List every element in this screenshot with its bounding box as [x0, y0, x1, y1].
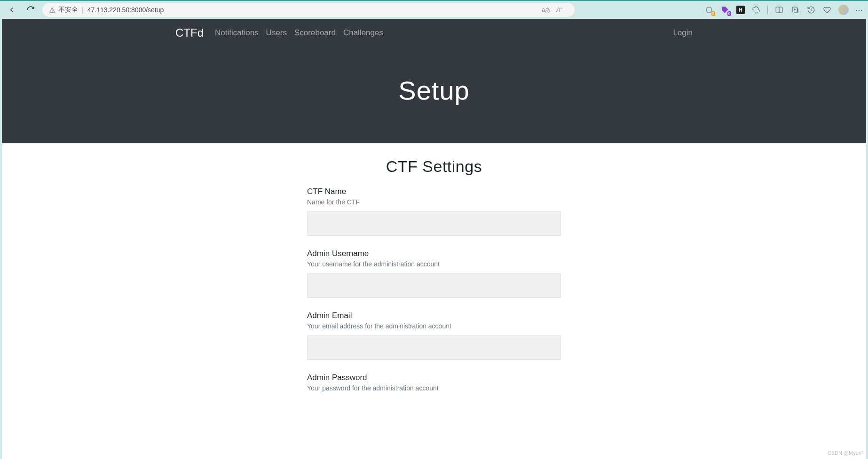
not-secure-label: 不安全	[49, 6, 78, 14]
nav-users[interactable]: Users	[266, 28, 287, 38]
extension-circle-icon[interactable]: 3	[704, 5, 714, 15]
extension-h-icon[interactable]: H	[736, 6, 745, 14]
page-content: CTFd Notifications Users Scoreboard Chal…	[2, 19, 866, 459]
read-aloud-icon[interactable]: A»	[556, 6, 562, 13]
label-admin-password: Admin Password	[307, 373, 561, 382]
form-group-admin-username: Admin Username Your username for the adm…	[307, 249, 561, 298]
watermark: CSDN @Myon⁵	[828, 450, 863, 456]
nav-scoreboard[interactable]: Scoreboard	[294, 28, 336, 38]
extension-tag-icon[interactable]: 6	[720, 5, 730, 15]
form-container: CTF Settings CTF Name Name for the CTF A…	[166, 143, 702, 426]
url-text: 47.113.220.50:8000/setup	[87, 6, 164, 14]
heart-icon[interactable]	[822, 5, 832, 15]
label-admin-email: Admin Email	[307, 311, 561, 320]
help-admin-email: Your email address for the administratio…	[307, 322, 561, 330]
jumbotron: Setup	[2, 47, 866, 143]
help-admin-password: Your password for the administration acc…	[307, 384, 561, 392]
badge-orange: 3	[711, 11, 715, 16]
collections-icon[interactable]	[790, 5, 800, 15]
address-bar[interactable]: 不安全 | 47.113.220.50:8000/setup aあ A»	[42, 3, 575, 17]
badge-purple: 6	[727, 11, 731, 16]
browser-chrome: 不安全 | 47.113.220.50:8000/setup aあ A» 3 6…	[0, 0, 868, 19]
help-admin-username: Your username for the administration acc…	[307, 260, 561, 268]
input-admin-email[interactable]	[307, 335, 561, 360]
label-ctf-name: CTF Name	[307, 187, 561, 196]
extensions-icon[interactable]	[751, 5, 761, 15]
section-title: CTF Settings	[307, 157, 561, 176]
help-ctf-name: Name for the CTF	[307, 198, 561, 206]
navbar: CTFd Notifications Users Scoreboard Chal…	[166, 19, 702, 47]
form-group-admin-password: Admin Password Your password for the adm…	[307, 373, 561, 392]
profile-avatar[interactable]	[838, 5, 849, 15]
nav-challenges[interactable]: Challenges	[343, 28, 383, 38]
form-group-admin-email: Admin Email Your email address for the a…	[307, 311, 561, 360]
address-divider: |	[82, 6, 84, 14]
more-menu-icon[interactable]: ⋯	[855, 6, 863, 15]
header-area: CTFd Notifications Users Scoreboard Chal…	[2, 19, 866, 143]
insecure-text: 不安全	[58, 6, 78, 14]
chrome-separator	[767, 6, 768, 14]
translate-icon[interactable]: aあ	[542, 6, 551, 14]
page-title: Setup	[2, 75, 866, 106]
nav-login[interactable]: Login	[673, 28, 693, 37]
split-screen-icon[interactable]	[774, 5, 784, 15]
chrome-right: 3 6 H ⋯	[704, 5, 863, 15]
history-icon[interactable]	[806, 5, 816, 15]
refresh-button[interactable]	[24, 3, 38, 17]
label-admin-username: Admin Username	[307, 249, 561, 258]
nav-notifications[interactable]: Notifications	[215, 28, 259, 38]
nav-right: Login	[673, 28, 693, 38]
brand-link[interactable]: CTFd	[175, 26, 204, 39]
input-ctf-name[interactable]	[307, 211, 561, 236]
input-admin-username[interactable]	[307, 273, 561, 298]
form-group-ctf-name: CTF Name Name for the CTF	[307, 187, 561, 236]
nav-links: Notifications Users Scoreboard Challenge…	[215, 28, 383, 38]
back-button[interactable]	[5, 3, 19, 17]
